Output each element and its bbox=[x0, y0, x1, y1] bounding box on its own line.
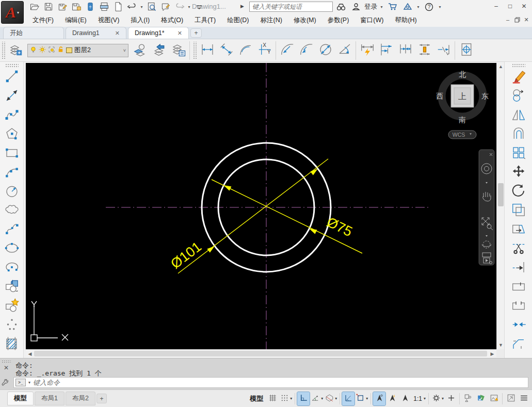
recent-commands-icon[interactable]: ▾ bbox=[28, 380, 30, 385]
annotation-scale-icon-toggle[interactable] bbox=[399, 392, 411, 405]
spline-button[interactable] bbox=[3, 220, 21, 239]
doc-minimize-button[interactable]: – bbox=[503, 14, 512, 25]
menu-insert[interactable]: 插入(I) bbox=[125, 14, 155, 27]
scroll-down-icon[interactable]: ▼ bbox=[497, 341, 505, 349]
break-button[interactable] bbox=[509, 297, 528, 316]
join-button[interactable] bbox=[509, 316, 528, 335]
workspace-switching-dropdown-icon[interactable]: ▾ bbox=[442, 396, 444, 401]
menu-parametric[interactable]: 参数(P) bbox=[322, 14, 355, 27]
clean-screen-warn-toggle[interactable] bbox=[488, 392, 500, 405]
object-snap-tracking-toggle[interactable] bbox=[342, 392, 354, 405]
plot-button[interactable] bbox=[98, 1, 110, 12]
layer-unlock-icon[interactable] bbox=[57, 46, 64, 55]
login-label[interactable]: 登录 bbox=[364, 3, 377, 11]
isolate-objects-toggle[interactable] bbox=[462, 392, 474, 405]
ortho-mode-toggle[interactable] bbox=[297, 392, 310, 405]
qat-overflow-button[interactable] bbox=[192, 1, 205, 12]
rotate-button[interactable] bbox=[509, 182, 528, 201]
doc-restore-button[interactable] bbox=[512, 14, 522, 25]
menu-tools[interactable]: 工具(T) bbox=[189, 14, 221, 27]
copy-button[interactable] bbox=[509, 87, 528, 106]
trim-button[interactable] bbox=[509, 239, 528, 258]
workspace-switching-toggle[interactable]: ▾ bbox=[431, 392, 444, 405]
view-cube[interactable]: 北 南 西 东 上 bbox=[436, 70, 489, 124]
layer-properties-manager-button[interactable] bbox=[6, 41, 25, 60]
menu-file[interactable]: 文件(F) bbox=[27, 14, 59, 27]
dim-diameter-button[interactable] bbox=[316, 41, 335, 60]
dim-aligned-button[interactable] bbox=[217, 41, 236, 60]
markup-button[interactable] bbox=[159, 1, 172, 12]
fullscreen-toggle[interactable] bbox=[505, 392, 517, 405]
new-layout-button[interactable]: + bbox=[96, 394, 107, 403]
layer-properties-button[interactable] bbox=[169, 41, 188, 60]
search-input[interactable] bbox=[252, 2, 330, 11]
snap-mode-toggle[interactable]: ▾ bbox=[279, 392, 293, 405]
new-tab-button[interactable]: + bbox=[190, 28, 202, 38]
annotation-scale-value-dropdown-icon[interactable]: ▾ bbox=[424, 396, 426, 401]
navigation-bar[interactable] bbox=[479, 150, 494, 265]
save-button[interactable] bbox=[42, 1, 55, 12]
wcs-dropdown[interactable]: WCS bbox=[448, 131, 476, 139]
dim-angular-button[interactable] bbox=[335, 41, 354, 60]
undo-dropdown-icon[interactable]: ▾ bbox=[139, 5, 144, 9]
preview-button[interactable] bbox=[145, 1, 158, 12]
undo-button[interactable] bbox=[125, 1, 138, 12]
layer-dropdown-chevron-icon[interactable]: ˅ bbox=[123, 48, 126, 53]
quick-dim-button[interactable] bbox=[358, 41, 377, 60]
menu-edit[interactable]: 编辑(E) bbox=[59, 14, 92, 27]
menu-draw[interactable]: 绘图(D) bbox=[221, 14, 254, 27]
graphics-performance-toggle[interactable] bbox=[475, 392, 487, 405]
publish-button[interactable] bbox=[84, 1, 96, 12]
dim-space-button[interactable] bbox=[415, 41, 434, 60]
dim-ordinate-button[interactable]: XY bbox=[255, 41, 274, 60]
point-button[interactable] bbox=[3, 316, 21, 335]
tab-close-icon[interactable]: ✕ bbox=[115, 30, 120, 37]
dim-jogged-button[interactable] bbox=[297, 41, 316, 60]
revision-cloud-button[interactable] bbox=[3, 201, 21, 220]
dimension-toolbar-grip[interactable] bbox=[192, 42, 197, 59]
drawing-canvas[interactable]: Ø101 Ø75 北 南 西 东 上 WCS bbox=[26, 63, 496, 349]
stretch-button[interactable] bbox=[509, 220, 528, 239]
help-icon[interactable]: ? bbox=[423, 1, 436, 12]
isometric-drafting-toggle[interactable]: ▾ bbox=[324, 392, 337, 405]
a360-icon[interactable] bbox=[401, 1, 414, 12]
menu-view[interactable]: 视图(V) bbox=[92, 14, 125, 27]
command-grip[interactable] bbox=[2, 360, 11, 363]
circle-button[interactable] bbox=[3, 182, 21, 201]
menu-dimension[interactable]: 标注(N) bbox=[255, 14, 288, 27]
annotation-visibility-toggle[interactable] bbox=[373, 392, 385, 405]
login-dropdown-icon[interactable]: ▾ bbox=[379, 5, 384, 9]
layer-toolbar-grip[interactable] bbox=[1, 42, 5, 59]
annotation-scale-value-toggle[interactable]: 1:1▾ bbox=[412, 392, 426, 405]
scroll-left-icon[interactable]: ◀ bbox=[26, 350, 34, 358]
layer-viewport-freeze-icon[interactable] bbox=[48, 46, 55, 55]
annotation-autoscale-toggle[interactable] bbox=[386, 392, 398, 405]
dim-linear-button[interactable] bbox=[198, 41, 217, 60]
app-store-cart-icon[interactable] bbox=[386, 1, 399, 12]
ellipse-button[interactable] bbox=[3, 239, 21, 258]
application-logo[interactable]: A▾ bbox=[1, 1, 24, 24]
rectangle-button[interactable] bbox=[3, 144, 21, 163]
draw-toolbar-grip[interactable] bbox=[5, 63, 19, 67]
command-close-icon[interactable]: ✕ bbox=[0, 364, 12, 371]
doc-close-button[interactable]: ✕ bbox=[522, 14, 531, 25]
array-button[interactable] bbox=[509, 144, 528, 163]
construction-line-button[interactable] bbox=[3, 87, 21, 106]
layout-tab-model[interactable]: 模型 bbox=[7, 392, 34, 405]
menu-modify[interactable]: 修改(M) bbox=[288, 14, 322, 27]
file-tab-start[interactable]: 开始 bbox=[3, 27, 64, 39]
title-expand-icon[interactable]: ▶ bbox=[240, 4, 244, 9]
mirror-button[interactable] bbox=[509, 106, 528, 125]
layout-tab-layout1[interactable]: 布局1 bbox=[35, 392, 65, 405]
layer-previous-button[interactable] bbox=[150, 41, 169, 60]
break-at-point-button[interactable] bbox=[509, 278, 528, 297]
menu-format[interactable]: 格式(O) bbox=[155, 14, 189, 27]
file-tab-drawing1[interactable]: Drawing1✕ bbox=[66, 27, 126, 39]
scroll-up-icon[interactable]: ▲ bbox=[497, 63, 505, 71]
horizontal-scrollbar[interactable]: ◀ ▶ bbox=[26, 349, 496, 357]
make-block-button[interactable] bbox=[3, 297, 21, 316]
customization-toggle[interactable] bbox=[518, 392, 530, 405]
offset-button[interactable] bbox=[509, 125, 528, 144]
modify-toolbar-grip[interactable] bbox=[512, 63, 525, 67]
tab-close-icon[interactable]: ✕ bbox=[178, 30, 182, 37]
